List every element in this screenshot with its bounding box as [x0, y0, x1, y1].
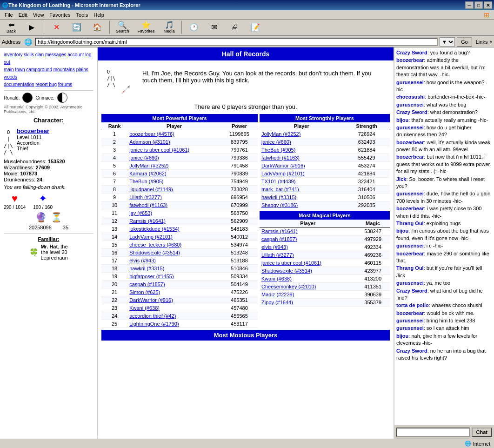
player-link[interactable]: Kwani (#638) — [129, 305, 160, 311]
player-link[interactable]: Simon (#625) — [129, 289, 160, 295]
player-link[interactable]: Kamara (#2062) — [129, 171, 167, 176]
mail-button[interactable]: ✉ — [205, 22, 224, 33]
chat-button[interactable]: Chat — [472, 428, 492, 437]
player-link[interactable]: DarkWarrior (#916) — [261, 163, 305, 168]
chat-username[interactable]: gurusensei — [396, 243, 424, 248]
chat-username[interactable]: boozerbear — [396, 57, 424, 63]
nav-inventory[interactable]: inventory — [4, 52, 23, 57]
nav-clan[interactable]: clan — [35, 52, 44, 57]
player-link[interactable]: janice (#660) — [129, 155, 159, 160]
player-link[interactable]: liquidpanel (#1149) — [129, 187, 173, 192]
chat-username[interactable]: boozerbear — [396, 251, 424, 256]
player-link[interactable]: mark_bat (#741) — [261, 187, 299, 192]
nav-main[interactable]: main — [4, 67, 14, 72]
nav-mountains[interactable]: mountains — [53, 67, 75, 72]
menu-favorites[interactable]: Favorites — [47, 11, 73, 19]
chat-input[interactable] — [396, 428, 470, 437]
chat-username[interactable]: gurusensei — [396, 102, 424, 107]
player-link[interactable]: LadyVamp (#2101) — [261, 171, 305, 176]
nav-documentation[interactable]: documentation — [4, 82, 34, 87]
player-link[interactable]: janice is uber cool (#1061) — [129, 147, 189, 153]
player-link[interactable]: fatwhodi (#1163) — [261, 155, 300, 160]
print-button[interactable]: 🖨 — [226, 22, 244, 33]
player-link[interactable]: hawkril (#3315) — [261, 194, 296, 200]
player-link[interactable]: Madiz (#2239) — [261, 292, 294, 297]
player-link[interactable]: Lillath (#3277) — [261, 252, 294, 258]
player-link[interactable]: Cheesemonkey (#2010) — [261, 284, 316, 289]
player-link[interactable]: janice is uber cool (#1061) — [261, 260, 321, 266]
chat-username[interactable]: boozerbear — [396, 140, 424, 145]
chat-username[interactable]: torta de pollo — [396, 302, 429, 308]
player-link[interactable]: jay (#653) — [129, 210, 152, 216]
chat-username[interactable]: Crazy Sword — [396, 50, 427, 55]
chat-username[interactable]: bijou — [396, 117, 408, 123]
address-input[interactable] — [35, 38, 438, 46]
player-link[interactable]: lukestickdude (#1534) — [129, 226, 180, 232]
nav-woods[interactable]: woods — [4, 74, 17, 80]
address-dropdown[interactable]: ▼ — [440, 37, 455, 47]
player-link[interactable]: Ramsis (#1641) — [129, 218, 166, 224]
player-link[interactable]: LadyVamp (#2101) — [129, 234, 173, 240]
player-link[interactable]: TX101 (#4439) — [261, 179, 295, 184]
close-button[interactable]: ✕ — [484, 1, 492, 9]
player-link[interactable]: bigfatposer (#1455) — [129, 274, 174, 279]
chat-username[interactable]: gurusensei — [396, 280, 424, 286]
edit-button[interactable]: 📝 — [246, 22, 265, 33]
player-link[interactable]: Lillath (#3277) — [129, 194, 162, 200]
media-button[interactable]: 🎵 Media — [160, 20, 179, 35]
chat-username[interactable]: bijou — [396, 333, 408, 339]
player-link[interactable]: Shaggy (#3186) — [261, 202, 298, 208]
player-link[interactable]: elvis (#943) — [129, 258, 156, 263]
nav-skills[interactable]: skills — [24, 52, 34, 57]
player-link[interactable]: TheBub (#905) — [261, 147, 295, 153]
player-link[interactable]: Shadowsexile (#3514) — [261, 268, 312, 274]
nav-town[interactable]: town — [15, 67, 25, 72]
chat-username[interactable]: chocosushi — [396, 94, 425, 100]
refresh-button[interactable]: 🔄 — [67, 22, 86, 33]
player-link[interactable]: hawkril (#3315) — [129, 266, 164, 271]
chat-username[interactable]: Thrang Oul — [396, 221, 424, 226]
player-link[interactable]: caspah (#1857) — [129, 281, 165, 287]
player-link[interactable]: fatwhodi (#1163) — [129, 202, 167, 208]
player-link[interactable]: Adamson (#3101) — [129, 139, 170, 145]
chat-username[interactable]: boozerbear — [396, 154, 424, 160]
maximize-button[interactable]: □ — [474, 1, 483, 9]
chat-username[interactable]: gurusensei — [396, 325, 424, 331]
player-link[interactable]: caspah (#1857) — [261, 236, 297, 242]
player-link[interactable]: Shadowsexile (#3514) — [129, 250, 180, 255]
stop-button[interactable]: ✕ — [47, 22, 66, 33]
search-button[interactable]: 🔍 Search — [113, 20, 133, 35]
nav-report-bug[interactable]: report bug — [35, 82, 57, 87]
chat-username[interactable]: gurusensei — [396, 125, 424, 130]
player-link[interactable]: Ramsis (#1641) — [261, 228, 298, 234]
chat-username[interactable]: Crazy Sword — [396, 348, 427, 354]
menu-tools[interactable]: Tools — [73, 11, 91, 19]
menu-view[interactable]: View — [30, 11, 47, 19]
chat-username[interactable]: bijou — [396, 228, 408, 234]
player-link[interactable]: accordion thief (#42) — [129, 313, 176, 319]
nav-plains[interactable]: plains — [76, 67, 88, 72]
menu-edit[interactable]: Edit — [16, 11, 30, 19]
chat-username[interactable]: boozerbear — [396, 310, 424, 316]
player-link[interactable]: LightningOne (#1790) — [129, 321, 179, 327]
player-link[interactable]: boozerbear (#4576) — [129, 131, 174, 137]
player-link[interactable]: Zippy (#1644) — [261, 300, 293, 305]
player-link[interactable]: TheBub (#905) — [129, 179, 163, 184]
player-link[interactable]: Kwani (#638) — [261, 276, 292, 281]
player-link[interactable]: janice (#660) — [261, 139, 291, 145]
go-button[interactable]: Go — [457, 37, 472, 47]
nav-campground[interactable]: campground — [26, 67, 52, 72]
player-link[interactable]: elvis (#943) — [261, 244, 288, 250]
chat-username[interactable]: gurusensei — [396, 191, 424, 196]
menu-help[interactable]: Help — [91, 11, 107, 19]
chat-username[interactable]: Jick — [396, 176, 406, 182]
minimize-button[interactable]: ─ — [465, 1, 474, 9]
nav-messages[interactable]: messages — [45, 52, 67, 57]
nav-account[interactable]: account — [67, 52, 84, 57]
nav-forums[interactable]: forums — [58, 82, 73, 87]
chat-username[interactable]: Thrang Oul — [396, 265, 424, 271]
player-link[interactable]: JollyMan (#3252) — [129, 163, 168, 168]
chat-username[interactable]: Crazy Sword — [396, 288, 427, 294]
player-link[interactable]: cheese_teckers (#680) — [129, 242, 181, 247]
character-name[interactable]: boozerbear — [17, 127, 49, 134]
